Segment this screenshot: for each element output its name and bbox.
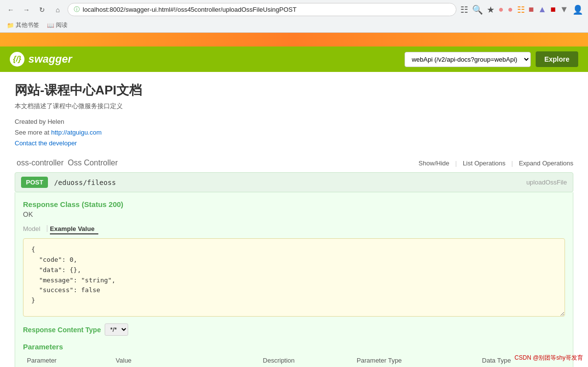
bookmark-icon: 📁 [7,22,14,29]
browser-bookmarks: 📁 其他书签 📖 阅读 [0,19,588,32]
created-by: Created by Helen [15,116,573,127]
csdn-watermark: CSDN @别团等shy哥发育 [515,354,583,362]
api-meta: Created by Helen See more at http://atgu… [15,116,573,149]
bookmark-star-icon[interactable]: ★ [487,4,495,15]
extension3-icon[interactable]: ▲ [538,4,546,15]
back-button[interactable]: ← [5,4,17,16]
method-badge: POST [21,177,48,188]
params-table-head: Parameter Value Description Parameter Ty… [23,355,565,367]
controller-section: oss-controller Oss Controller Show/Hide … [15,159,573,367]
extension2-icon[interactable]: ■ [529,4,534,15]
reading-icon: 📖 [47,22,54,29]
controller-header: oss-controller Oss Controller Show/Hide … [15,159,573,167]
response-content-type: Response Content Type */* [23,323,565,336]
endpoint-left: POST /eduoss/fileoss [21,177,116,188]
reading-bookmark[interactable]: 📖 阅读 [45,20,69,30]
apps-icon[interactable]: ☷ [517,4,525,15]
api-info: 网站-课程中心API文档 本文档描述了课程中心微服务接口定义 Created b… [15,82,573,149]
expand-operations-link[interactable]: Expand Operations [519,160,573,167]
tab-example-value[interactable]: Example Value [50,224,98,234]
refresh-button[interactable]: ↻ [36,4,48,16]
user-icon[interactable]: 👤 [572,4,583,15]
api-subtitle: 本文档描述了课程中心微服务接口定义 [15,102,573,111]
content-type-select[interactable]: */* [105,323,128,336]
params-header-row: Parameter Value Description Parameter Ty… [23,355,565,367]
swagger-logo: {/} swagger [10,52,72,67]
model-tabs: Model | Example Value [23,224,565,234]
main-content: 网站-课程中心API文档 本文档描述了课程中心微服务接口定义 Created b… [0,72,588,367]
list-operations-link[interactable]: List Operations [463,160,505,167]
tab-divider: | [46,224,48,234]
tab-model[interactable]: Model [23,224,44,234]
col-param-type: Parameter Type [353,355,478,367]
browser-chrome: ← → ↻ ⌂ ⓘ localhost:8002/swagger-ui.html… [0,0,588,33]
home-button[interactable]: ⌂ [52,4,64,16]
search-icon[interactable]: 🔍 [472,4,483,15]
divider1: | [455,160,456,167]
col-value: Value [112,355,259,367]
other-bookmarks[interactable]: 📁 其他书签 [5,20,41,30]
explore-button[interactable]: Explore [536,51,578,67]
controller-links: Show/Hide | List Operations | Expand Ope… [419,160,573,167]
endpoint-path: /eduoss/fileoss [54,179,115,186]
params-table: Parameter Value Description Parameter Ty… [23,355,565,367]
endpoint-operation-id: uploadOssFile [526,179,567,186]
see-more: See more at http://atguigu.com [15,127,573,138]
annotation-banner [0,33,588,46]
swagger-controls: webApi (/v2/api-docs?group=webApi) Explo… [405,51,578,67]
profile-icon[interactable]: ● [508,4,513,15]
response-ok: OK [23,210,565,218]
address-bar[interactable]: ⓘ localhost:8002/swagger-ui.html#!/oss45… [68,3,456,16]
api-group-select[interactable]: webApi (/v2/api-docs?group=webApi) [405,52,531,67]
col-description: Description [259,355,353,367]
swagger-header: {/} swagger webApi (/v2/api-docs?group=w… [0,46,588,72]
extension4-icon[interactable]: ■ [550,4,556,15]
browser-toolbar: ← → ↻ ⌂ ⓘ localhost:8002/swagger-ui.html… [0,0,588,19]
lock-icon: ⓘ [74,5,80,14]
atguigu-link[interactable]: http://atguigu.com [51,129,101,136]
swagger-logo-icon: {/} [10,52,24,67]
response-class-title: Response Class (Status 200) [23,200,565,208]
grid-icon[interactable]: ☷ [460,4,468,15]
show-hide-link[interactable]: Show/Hide [419,160,450,167]
extensions-icon[interactable]: ● [498,4,504,15]
col-parameter: Parameter [23,355,112,367]
parameters-title: Parameters [23,343,565,351]
api-title: 网站-课程中心API文档 [15,82,573,99]
forward-button[interactable]: → [21,4,32,16]
example-value-code: { "code": 0, "data": {}, "message": "str… [23,238,565,317]
extension5-icon[interactable]: ▼ [560,4,568,15]
endpoint-row[interactable]: POST /eduoss/fileoss uploadOssFile [15,172,573,192]
divider2: | [511,160,513,167]
url-text: localhost:8002/swagger-ui.html#!/oss45co… [83,6,296,13]
contact-link[interactable]: Contact the developer [15,139,77,147]
controller-title: oss-controller Oss Controller [15,159,118,167]
endpoint-detail: Response Class (Status 200) OK Model | E… [15,192,573,367]
controller-name: Oss Controller [68,159,117,167]
